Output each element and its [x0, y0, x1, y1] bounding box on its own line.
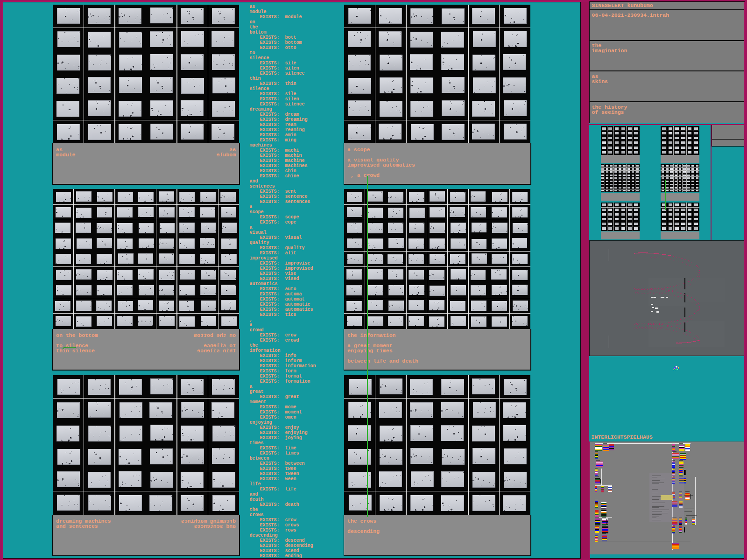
svg-text:EXISTS: ream: EXISTS: ream	[260, 122, 296, 127]
svg-text:EXISTS: descending: EXISTS: descending	[260, 543, 313, 548]
svg-text:to: to	[250, 50, 255, 56]
svg-text:and: and	[250, 179, 258, 184]
svg-text:silence: silence	[250, 56, 269, 61]
svg-text:module: module	[56, 152, 76, 158]
svg-text:EXISTS: ending: EXISTS: ending	[260, 553, 302, 559]
svg-text:machines: machines	[250, 143, 272, 148]
svg-text:silence: silence	[250, 86, 269, 91]
svg-text:EXISTS: ming: EXISTS: ming	[260, 138, 296, 143]
svg-text:bottom: bottom	[250, 30, 267, 35]
svg-text:skins: skins	[592, 78, 608, 84]
svg-text:descending: descending	[347, 528, 380, 534]
svg-text:EXISTS: cope: EXISTS: cope	[260, 220, 296, 225]
svg-text:EXISTS: machines: EXISTS: machines	[260, 163, 308, 168]
svg-text:crows: crows	[250, 512, 264, 518]
svg-text:EXISTS: twee: EXISTS: twee	[260, 466, 296, 471]
svg-text:automatics: automatics	[250, 281, 278, 287]
svg-text:sentences: sentences	[250, 184, 275, 189]
svg-text:EXISTS: descend: EXISTS: descend	[260, 538, 305, 543]
svg-text:EXISTS: crows: EXISTS: crows	[260, 523, 299, 528]
svg-text:dreaming: dreaming	[250, 107, 272, 112]
svg-text:EXISTS: quality: EXISTS: quality	[260, 245, 305, 251]
svg-text:EXISTS: reaming: EXISTS: reaming	[260, 127, 305, 133]
svg-text:quality: quality	[250, 240, 269, 245]
svg-text:a: a	[250, 322, 253, 328]
svg-text:life: life	[250, 482, 261, 487]
svg-text:EXISTS: auto: EXISTS: auto	[260, 287, 296, 292]
svg-text:great: great	[250, 389, 264, 394]
svg-text:EXISTS: between: EXISTS: between	[260, 461, 305, 466]
svg-text:EXISTS: time: EXISTS: time	[260, 446, 296, 451]
svg-text:EXISTS: thin: EXISTS: thin	[260, 81, 296, 86]
svg-text:EXISTS: silence: EXISTS: silence	[260, 102, 305, 107]
svg-text:EXISTS: crowd: EXISTS: crowd	[260, 338, 299, 343]
svg-text:the: the	[250, 507, 258, 512]
svg-text:module: module	[216, 152, 236, 158]
svg-text:EXISTS: bottom: EXISTS: bottom	[260, 40, 302, 45]
svg-text:improvised automatics: improvised automatics	[347, 162, 415, 168]
svg-text:EXISTS: enjoying: EXISTS: enjoying	[260, 430, 308, 435]
svg-text:EXISTS: sile: EXISTS: sile	[260, 91, 296, 97]
svg-text:EXISTS: omen: EXISTS: omen	[260, 415, 296, 420]
svg-text:enjoying: enjoying	[250, 420, 272, 425]
svg-text:EXISTS: automatic: EXISTS: automatic	[260, 302, 310, 307]
svg-text:EXISTS: tween: EXISTS: tween	[260, 471, 299, 476]
svg-text:EXISTS: inform: EXISTS: inform	[260, 358, 302, 364]
svg-text:EXISTS: machin: EXISTS: machin	[260, 153, 302, 158]
svg-text:EXISTS: machi: EXISTS: machi	[260, 148, 299, 153]
svg-text:scope: scope	[250, 210, 264, 215]
svg-text:a: a	[250, 204, 253, 210]
svg-text:EXISTS: scend: EXISTS: scend	[260, 548, 299, 553]
svg-text:EXISTS: silen: EXISTS: silen	[260, 97, 299, 102]
svg-text:EXISTS: times: EXISTS: times	[260, 451, 299, 456]
svg-text:EXISTS: sentences: EXISTS: sentences	[260, 199, 310, 204]
svg-text:the: the	[250, 25, 258, 30]
svg-text:EXISTS: visual: EXISTS: visual	[260, 235, 302, 240]
svg-text:EXISTS: sile: EXISTS: sile	[260, 61, 296, 66]
svg-text:EXISTS: life: EXISTS: life	[260, 487, 296, 492]
svg-text:a: a	[250, 384, 253, 389]
svg-text:EXISTS: silen: EXISTS: silen	[260, 66, 299, 71]
svg-text:the: the	[250, 343, 258, 348]
svg-text:EXISTS: crow: EXISTS: crow	[260, 333, 296, 338]
svg-text:of seeings: of seeings	[592, 109, 624, 115]
svg-text:EXISTS: ween: EXISTS: ween	[260, 476, 296, 482]
svg-text:visual: visual	[250, 230, 267, 235]
svg-text:thin silence: thin silence	[56, 348, 95, 354]
svg-text:, a crowd: , a crowd	[347, 172, 380, 178]
svg-text:a: a	[250, 225, 253, 230]
svg-text:descending: descending	[250, 533, 278, 538]
svg-text:EXISTS: sent: EXISTS: sent	[260, 189, 296, 194]
svg-text:moment: moment	[250, 399, 267, 405]
svg-text:EXISTS: silence: EXISTS: silence	[260, 71, 305, 76]
svg-text:enjoying times: enjoying times	[347, 348, 393, 354]
svg-text:,: ,	[250, 317, 253, 322]
svg-text:EXISTS: improvise: EXISTS: improvise	[260, 261, 310, 266]
svg-text:module: module	[250, 9, 267, 14]
svg-text:EXISTS: chin: EXISTS: chin	[260, 168, 296, 174]
svg-text:EXISTS: automatics: EXISTS: automatics	[260, 307, 313, 312]
svg-text:on: on	[250, 20, 255, 25]
svg-text:EXISTS: information: EXISTS: information	[260, 364, 316, 369]
svg-text:EXISTS: module: EXISTS: module	[260, 14, 302, 20]
svg-text:EXISTS: death: EXISTS: death	[260, 502, 299, 507]
svg-text:INTERLICHTSPIELHAUS: INTERLICHTSPIELHAUS	[592, 434, 653, 440]
svg-text:EXISTS: alit: EXISTS: alit	[260, 251, 296, 256]
svg-text:the crows: the crows	[347, 518, 376, 524]
svg-text:EXISTS: rows: EXISTS: rows	[260, 528, 296, 533]
svg-text:on the bottom: on the bottom	[56, 332, 98, 338]
svg-text:thin: thin	[250, 76, 261, 81]
svg-text:on the bottom: on the bottom	[194, 332, 236, 338]
svg-text:EXISTS: improvised: EXISTS: improvised	[260, 266, 313, 271]
svg-text:crowd: crowd	[250, 328, 264, 333]
svg-text:EXISTS: bott: EXISTS: bott	[260, 35, 296, 40]
svg-text:the information: the information	[347, 332, 396, 338]
svg-text:between life and death: between life and death	[347, 358, 418, 364]
svg-text:EXISTS: tics: EXISTS: tics	[260, 312, 296, 317]
svg-text:EXISTS: joying: EXISTS: joying	[260, 435, 302, 441]
svg-text:EXISTS: automat: EXISTS: automat	[260, 297, 305, 302]
svg-text:improvised: improvised	[250, 256, 278, 261]
svg-text:and sentences: and sentences	[194, 523, 236, 529]
svg-text:EXISTS: format: EXISTS: format	[260, 374, 302, 379]
svg-text:EXISTS: mome: EXISTS: mome	[260, 405, 296, 410]
